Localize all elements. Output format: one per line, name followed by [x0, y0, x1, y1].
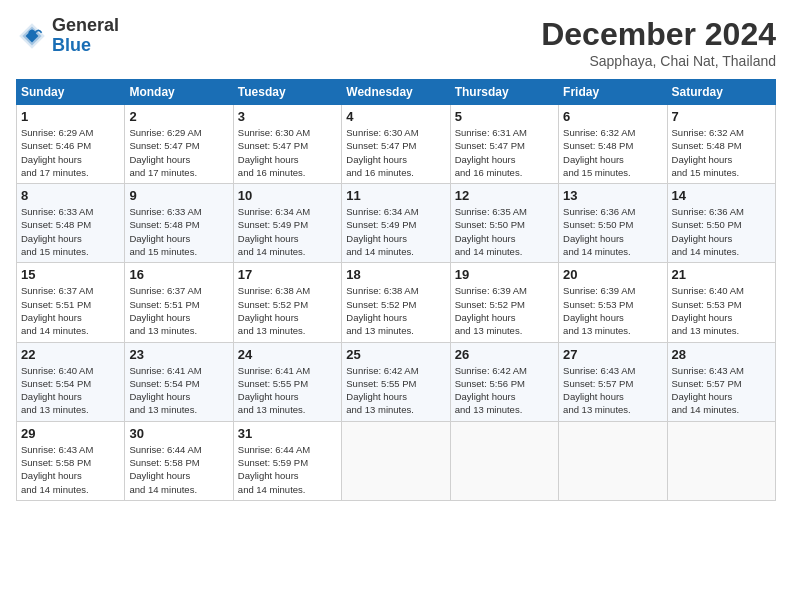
calendar-day-cell: 11Sunrise: 6:34 AMSunset: 5:49 PMDayligh… [342, 184, 450, 263]
day-number: 9 [129, 188, 228, 203]
calendar-day-cell: 8Sunrise: 6:33 AMSunset: 5:48 PMDaylight… [17, 184, 125, 263]
day-info: Sunrise: 6:29 AMSunset: 5:47 PMDaylight … [129, 126, 228, 179]
calendar-week-row: 8Sunrise: 6:33 AMSunset: 5:48 PMDaylight… [17, 184, 776, 263]
day-info: Sunrise: 6:37 AMSunset: 5:51 PMDaylight … [21, 284, 120, 337]
calendar-week-row: 15Sunrise: 6:37 AMSunset: 5:51 PMDayligh… [17, 263, 776, 342]
day-of-week-header: Monday [125, 80, 233, 105]
day-of-week-header: Thursday [450, 80, 558, 105]
calendar-day-cell: 4Sunrise: 6:30 AMSunset: 5:47 PMDaylight… [342, 105, 450, 184]
calendar-day-cell: 25Sunrise: 6:42 AMSunset: 5:55 PMDayligh… [342, 342, 450, 421]
day-of-week-header: Sunday [17, 80, 125, 105]
logo-blue-text: Blue [52, 36, 119, 56]
day-info: Sunrise: 6:30 AMSunset: 5:47 PMDaylight … [346, 126, 445, 179]
calendar-day-cell: 28Sunrise: 6:43 AMSunset: 5:57 PMDayligh… [667, 342, 775, 421]
day-number: 27 [563, 347, 662, 362]
day-number: 26 [455, 347, 554, 362]
day-of-week-header: Saturday [667, 80, 775, 105]
day-number: 5 [455, 109, 554, 124]
calendar-day-cell [450, 421, 558, 500]
logo-text: General Blue [52, 16, 119, 56]
title-block: December 2024 Sapphaya, Chai Nat, Thaila… [541, 16, 776, 69]
day-number: 20 [563, 267, 662, 282]
day-info: Sunrise: 6:38 AMSunset: 5:52 PMDaylight … [238, 284, 337, 337]
calendar-day-cell: 3Sunrise: 6:30 AMSunset: 5:47 PMDaylight… [233, 105, 341, 184]
calendar-day-cell: 9Sunrise: 6:33 AMSunset: 5:48 PMDaylight… [125, 184, 233, 263]
day-number: 2 [129, 109, 228, 124]
calendar-day-cell: 14Sunrise: 6:36 AMSunset: 5:50 PMDayligh… [667, 184, 775, 263]
day-info: Sunrise: 6:34 AMSunset: 5:49 PMDaylight … [346, 205, 445, 258]
day-number: 23 [129, 347, 228, 362]
calendar-day-cell [667, 421, 775, 500]
calendar-day-cell: 16Sunrise: 6:37 AMSunset: 5:51 PMDayligh… [125, 263, 233, 342]
day-number: 7 [672, 109, 771, 124]
calendar-day-cell: 17Sunrise: 6:38 AMSunset: 5:52 PMDayligh… [233, 263, 341, 342]
calendar-day-cell: 26Sunrise: 6:42 AMSunset: 5:56 PMDayligh… [450, 342, 558, 421]
calendar-day-cell: 1Sunrise: 6:29 AMSunset: 5:46 PMDaylight… [17, 105, 125, 184]
day-number: 4 [346, 109, 445, 124]
logo-general-text: General [52, 16, 119, 36]
calendar-day-cell: 24Sunrise: 6:41 AMSunset: 5:55 PMDayligh… [233, 342, 341, 421]
calendar-day-cell: 31Sunrise: 6:44 AMSunset: 5:59 PMDayligh… [233, 421, 341, 500]
calendar-day-cell: 18Sunrise: 6:38 AMSunset: 5:52 PMDayligh… [342, 263, 450, 342]
day-number: 25 [346, 347, 445, 362]
day-info: Sunrise: 6:32 AMSunset: 5:48 PMDaylight … [563, 126, 662, 179]
day-number: 8 [21, 188, 120, 203]
logo-icon [16, 20, 48, 52]
calendar-day-cell: 2Sunrise: 6:29 AMSunset: 5:47 PMDaylight… [125, 105, 233, 184]
calendar-day-cell: 22Sunrise: 6:40 AMSunset: 5:54 PMDayligh… [17, 342, 125, 421]
day-info: Sunrise: 6:41 AMSunset: 5:54 PMDaylight … [129, 364, 228, 417]
day-number: 15 [21, 267, 120, 282]
day-number: 31 [238, 426, 337, 441]
day-number: 17 [238, 267, 337, 282]
calendar-day-cell: 27Sunrise: 6:43 AMSunset: 5:57 PMDayligh… [559, 342, 667, 421]
day-number: 3 [238, 109, 337, 124]
day-info: Sunrise: 6:31 AMSunset: 5:47 PMDaylight … [455, 126, 554, 179]
day-info: Sunrise: 6:33 AMSunset: 5:48 PMDaylight … [21, 205, 120, 258]
day-info: Sunrise: 6:38 AMSunset: 5:52 PMDaylight … [346, 284, 445, 337]
calendar-day-cell [559, 421, 667, 500]
calendar-day-cell: 10Sunrise: 6:34 AMSunset: 5:49 PMDayligh… [233, 184, 341, 263]
day-number: 18 [346, 267, 445, 282]
calendar-day-cell: 21Sunrise: 6:40 AMSunset: 5:53 PMDayligh… [667, 263, 775, 342]
day-info: Sunrise: 6:36 AMSunset: 5:50 PMDaylight … [563, 205, 662, 258]
calendar-header-row: SundayMondayTuesdayWednesdayThursdayFrid… [17, 80, 776, 105]
day-number: 28 [672, 347, 771, 362]
day-info: Sunrise: 6:43 AMSunset: 5:57 PMDaylight … [672, 364, 771, 417]
calendar-day-cell: 6Sunrise: 6:32 AMSunset: 5:48 PMDaylight… [559, 105, 667, 184]
calendar-day-cell: 19Sunrise: 6:39 AMSunset: 5:52 PMDayligh… [450, 263, 558, 342]
day-info: Sunrise: 6:30 AMSunset: 5:47 PMDaylight … [238, 126, 337, 179]
calendar-day-cell: 30Sunrise: 6:44 AMSunset: 5:58 PMDayligh… [125, 421, 233, 500]
day-info: Sunrise: 6:39 AMSunset: 5:53 PMDaylight … [563, 284, 662, 337]
day-of-week-header: Friday [559, 80, 667, 105]
day-info: Sunrise: 6:42 AMSunset: 5:55 PMDaylight … [346, 364, 445, 417]
calendar-day-cell: 20Sunrise: 6:39 AMSunset: 5:53 PMDayligh… [559, 263, 667, 342]
day-info: Sunrise: 6:44 AMSunset: 5:58 PMDaylight … [129, 443, 228, 496]
calendar-day-cell: 23Sunrise: 6:41 AMSunset: 5:54 PMDayligh… [125, 342, 233, 421]
calendar-week-row: 29Sunrise: 6:43 AMSunset: 5:58 PMDayligh… [17, 421, 776, 500]
calendar-day-cell: 7Sunrise: 6:32 AMSunset: 5:48 PMDaylight… [667, 105, 775, 184]
day-info: Sunrise: 6:43 AMSunset: 5:57 PMDaylight … [563, 364, 662, 417]
day-info: Sunrise: 6:41 AMSunset: 5:55 PMDaylight … [238, 364, 337, 417]
day-info: Sunrise: 6:39 AMSunset: 5:52 PMDaylight … [455, 284, 554, 337]
day-info: Sunrise: 6:44 AMSunset: 5:59 PMDaylight … [238, 443, 337, 496]
day-number: 30 [129, 426, 228, 441]
day-number: 21 [672, 267, 771, 282]
day-info: Sunrise: 6:42 AMSunset: 5:56 PMDaylight … [455, 364, 554, 417]
day-info: Sunrise: 6:35 AMSunset: 5:50 PMDaylight … [455, 205, 554, 258]
day-number: 14 [672, 188, 771, 203]
day-number: 6 [563, 109, 662, 124]
day-info: Sunrise: 6:37 AMSunset: 5:51 PMDaylight … [129, 284, 228, 337]
day-info: Sunrise: 6:32 AMSunset: 5:48 PMDaylight … [672, 126, 771, 179]
calendar-day-cell: 13Sunrise: 6:36 AMSunset: 5:50 PMDayligh… [559, 184, 667, 263]
day-number: 13 [563, 188, 662, 203]
day-number: 22 [21, 347, 120, 362]
day-info: Sunrise: 6:29 AMSunset: 5:46 PMDaylight … [21, 126, 120, 179]
day-number: 29 [21, 426, 120, 441]
day-number: 19 [455, 267, 554, 282]
location-text: Sapphaya, Chai Nat, Thailand [541, 53, 776, 69]
day-info: Sunrise: 6:43 AMSunset: 5:58 PMDaylight … [21, 443, 120, 496]
day-number: 10 [238, 188, 337, 203]
day-info: Sunrise: 6:40 AMSunset: 5:54 PMDaylight … [21, 364, 120, 417]
calendar-week-row: 22Sunrise: 6:40 AMSunset: 5:54 PMDayligh… [17, 342, 776, 421]
day-info: Sunrise: 6:36 AMSunset: 5:50 PMDaylight … [672, 205, 771, 258]
